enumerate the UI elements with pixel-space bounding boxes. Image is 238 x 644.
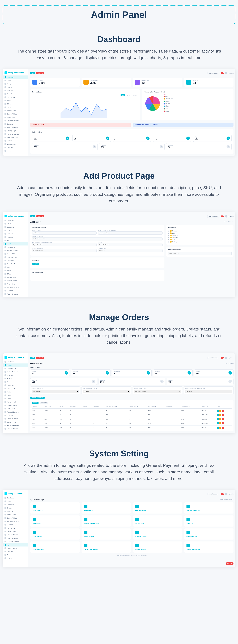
admin-badge[interactable]: Hi, Admin (225, 215, 234, 218)
sidebar-item[interactable]: Customer (2, 414, 28, 417)
language-select[interactable]: Select Language (207, 215, 219, 218)
outline-card[interactable]: Received797≡ (71, 370, 111, 376)
sidebar-item[interactable]: Flash Sale (2, 92, 28, 96)
sidebar-item[interactable]: Categories (2, 226, 28, 229)
toggle-icon[interactable] (220, 216, 224, 217)
setting-card[interactable]: Admin Policies › (82, 528, 131, 540)
sidebar-item[interactable]: Products (2, 89, 28, 92)
sidebar-item[interactable]: Customer (2, 289, 28, 292)
edit-icon[interactable] (217, 414, 219, 416)
outline-card[interactable]: Delivered509≡ (30, 378, 97, 385)
setting-card[interactable]: Admin Policies › (30, 542, 80, 552)
outline-card[interactable]: Returned34≡ (166, 143, 232, 150)
edit-icon[interactable] (217, 410, 219, 412)
sidebar-item[interactable]: Pickup Location (2, 546, 28, 550)
outline-card[interactable]: Cancelled266≡ (99, 143, 164, 150)
setting-card[interactable]: Privacy Policy › (30, 528, 80, 540)
outline-card[interactable]: Dispatched1≡ (112, 135, 151, 142)
sidebar-item[interactable]: Support Tickets (2, 404, 28, 407)
language-select[interactable]: Select Language (207, 72, 219, 74)
setting-card[interactable]: About Us › (184, 516, 234, 526)
sidebar-item[interactable]: Reports (2, 556, 28, 560)
outline-card[interactable]: Shipped113≡ (194, 370, 234, 376)
view-icon[interactable] (219, 426, 222, 429)
sidebar-item[interactable]: Manage Stock (2, 109, 28, 112)
sidebar-item[interactable]: Manage Stock (2, 400, 28, 404)
orderlist-pill[interactable]: Order List (36, 72, 44, 74)
sidebar-item[interactable]: Return Requests (2, 536, 28, 540)
sidebar-item[interactable]: Categories (2, 82, 28, 86)
outline-card[interactable]: Dispatched1≡ (112, 370, 152, 376)
sidebar-item[interactable]: Media (2, 99, 28, 102)
sidebar-item[interactable]: Return Requests (2, 417, 28, 420)
language-select[interactable]: Select Language (207, 357, 219, 359)
sidebar-item[interactable]: Orders (2, 79, 28, 82)
sidebar-item[interactable]: Promo Code (2, 116, 28, 119)
sidebar-item[interactable]: Orders (2, 500, 28, 503)
setting-card[interactable]: Shipping Methods › (184, 502, 234, 514)
edit-icon[interactable] (217, 422, 219, 424)
sidebar-item[interactable]: Return Requests (2, 292, 28, 296)
language-select[interactable]: Select Language (207, 493, 219, 495)
sidebar-item[interactable]: Order Tracking (2, 367, 28, 370)
chart-tab[interactable]: Month (132, 94, 138, 96)
sidebar-item[interactable]: Delivery Boys (2, 420, 28, 424)
sidebar-item[interactable]: Media (2, 266, 28, 269)
sidebar-item[interactable]: Featured Sections (2, 286, 28, 289)
setting-card[interactable]: System Registration › (184, 542, 234, 552)
setting-card[interactable]: Store Setting › (30, 502, 80, 514)
sidebar-item[interactable]: Payment Requests (2, 424, 28, 427)
sidebar-item[interactable]: Manage Products (2, 249, 28, 252)
alert-lowstock[interactable]: 9 Product(s) have to stock! Low stock li… (133, 123, 234, 127)
sidebar-item[interactable]: Point Of Sale (2, 387, 28, 390)
sidebar-item[interactable]: Sliders (2, 269, 28, 272)
toggle-icon[interactable] (220, 493, 224, 495)
sidebar-item[interactable]: Brands (2, 229, 28, 232)
sidebar-item[interactable]: Flash Sale (2, 259, 28, 262)
country-input[interactable] (32, 249, 96, 252)
filter-select[interactable]: All Orders (83, 390, 130, 393)
category-tree-item[interactable]: ⊞Clothing (168, 241, 232, 243)
alert-soldout[interactable]: 3 Product(s) Sold out!› (30, 123, 131, 127)
buy-now-button[interactable]: Buy Now (226, 562, 234, 565)
sidebar-item[interactable]: Customer (2, 523, 28, 526)
view-icon[interactable] (219, 410, 222, 412)
sidebar-item[interactable]: Offers (2, 106, 28, 109)
sidebar-item[interactable]: Brands (2, 377, 28, 380)
chart-tab[interactable]: Week (126, 94, 131, 96)
sidebar-item[interactable]: Promo Code (2, 407, 28, 410)
sidebar-item[interactable]: Return Requests (2, 126, 28, 129)
sidebar-item[interactable]: Attributes (2, 236, 28, 239)
reset-session-button[interactable]: Refresh Order Session (30, 396, 45, 399)
sidebar-item[interactable]: Orders (2, 222, 28, 226)
sidebar-item[interactable]: Customer (2, 122, 28, 126)
sidebar-item[interactable]: Send Notifications (2, 533, 28, 536)
delete-icon[interactable] (222, 410, 224, 412)
setting-card[interactable]: Contact Us › (133, 516, 182, 526)
sidebar-item[interactable]: Flash Sale (2, 384, 28, 387)
setting-card[interactable]: Notification Settings › (82, 516, 131, 526)
delete-icon[interactable] (222, 414, 224, 416)
sidebar-item[interactable]: Categories (2, 503, 28, 506)
outline-card[interactable]: Processed71≡ (153, 370, 192, 376)
sidebar-item[interactable]: Locations (2, 550, 28, 553)
orderlist-pill[interactable]: Order List (36, 357, 44, 359)
pos-pill[interactable]: POS (30, 72, 35, 74)
view-icon[interactable] (219, 422, 222, 424)
toggle-icon[interactable] (220, 72, 224, 74)
sidebar-item[interactable]: Media (2, 390, 28, 394)
toggle-icon[interactable] (220, 357, 224, 359)
category-tree-item[interactable]: ⊞Drawers (168, 230, 232, 232)
sidebar-item[interactable]: Products Order (2, 256, 28, 259)
outline-card[interactable]: Received797≡ (72, 135, 111, 142)
sidebar-item[interactable]: Area (2, 553, 28, 556)
brand-input[interactable] (98, 243, 162, 246)
sidebar-item[interactable]: Promo Code (2, 282, 28, 286)
delete-icon[interactable] (222, 418, 224, 420)
outline-card[interactable]: Cancelled266≡ (98, 378, 165, 385)
category-tree-item[interactable]: ⊞White (168, 232, 232, 234)
outline-card[interactable]: Awaiting313≡ (32, 135, 71, 142)
sidebar-item[interactable]: Dashboard (2, 496, 28, 500)
sidebar-item[interactable]: Support Tickets (2, 112, 28, 116)
table-tab[interactable]: Clear Filter (40, 402, 48, 404)
